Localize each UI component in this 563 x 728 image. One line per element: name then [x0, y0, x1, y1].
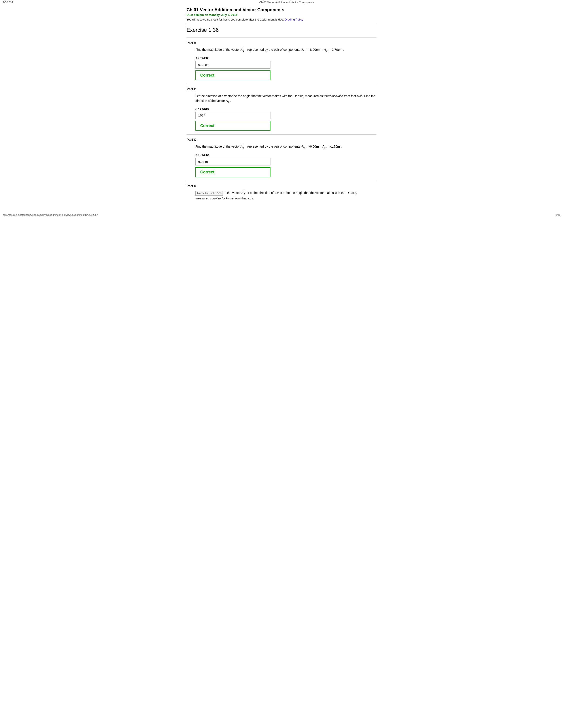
part-c-question: Find the magnitude of the vector A2 repr… — [195, 144, 377, 150]
part-b-heading: Part B — [186, 87, 377, 91]
part-c-answer-label: ANSWER: — [195, 153, 377, 157]
part-a-answer-box: 9.30 cm — [195, 61, 270, 69]
browser-bar: 7/6/2014 Ch 01 Vector Addition and Vecto… — [0, 0, 563, 5]
footer-bar: http://session.masteringphysics.com/myct… — [0, 212, 563, 218]
part-a-answer-label: ANSWER: — [195, 56, 377, 60]
part-a-body: Find the magnitude of the vector A1 repr… — [186, 47, 377, 80]
grading-policy-link[interactable]: Grading Policy — [285, 18, 304, 21]
browser-date: 7/6/2014 — [3, 1, 13, 4]
part-b-question: Let the direction of a vector be the ang… — [195, 94, 377, 104]
browser-tab-title: Ch 01 Vector Addition and Vector Compone… — [259, 1, 314, 4]
part-a-question: Find the magnitude of the vector A1 repr… — [195, 47, 377, 53]
part-c-heading: Part C — [186, 138, 377, 141]
part-a-correct-box: Correct — [195, 70, 270, 80]
part-b-body: Let the direction of a vector be the ang… — [186, 94, 377, 131]
part-b-answer-label: ANSWER: — [195, 107, 377, 110]
vector-a2-d: A2 — [241, 190, 245, 196]
part-c-correct-box: Correct — [195, 167, 270, 177]
part-c-body: Find the magnitude of the vector A2 repr… — [186, 144, 377, 177]
vector-a1: A1 — [241, 47, 244, 53]
part-d-heading: Part D — [186, 184, 377, 188]
page-container: Ch 01 Vector Addition and Vector Compone… — [182, 5, 381, 207]
exercise-title: Exercise 1.36 — [186, 27, 377, 33]
part-d-body: Typesetting math: 22% If the vector A2 .… — [186, 190, 377, 201]
vector-a1-b: A1 — [226, 98, 229, 104]
credit-notice: You will receive no credit for items you… — [186, 18, 377, 21]
footer-page-num: 1/41 — [556, 214, 560, 216]
part-d-divider — [186, 181, 377, 181]
typesetting-badge: Typesetting math: 22% — [195, 191, 223, 196]
part-b-answer-box: 163 ° — [195, 112, 270, 119]
footer-url: http://session.masteringphysics.com/myct… — [3, 214, 98, 216]
main-divider — [186, 23, 377, 23]
part-c-divider — [186, 134, 377, 135]
part-a-heading: Part A — [186, 41, 377, 45]
vector-a2: A2 — [241, 144, 244, 150]
part-c-answer-box: 6.24 m — [195, 158, 270, 165]
part-d-question: Typesetting math: 22% If the vector A2 .… — [195, 190, 377, 201]
due-date: Due: 4:00pm on Monday, July 7, 2014 — [186, 13, 377, 17]
page-title: Ch 01 Vector Addition and Vector Compone… — [186, 7, 377, 12]
part-b-correct-box: Correct — [195, 121, 270, 131]
part-b-divider — [186, 84, 377, 84]
